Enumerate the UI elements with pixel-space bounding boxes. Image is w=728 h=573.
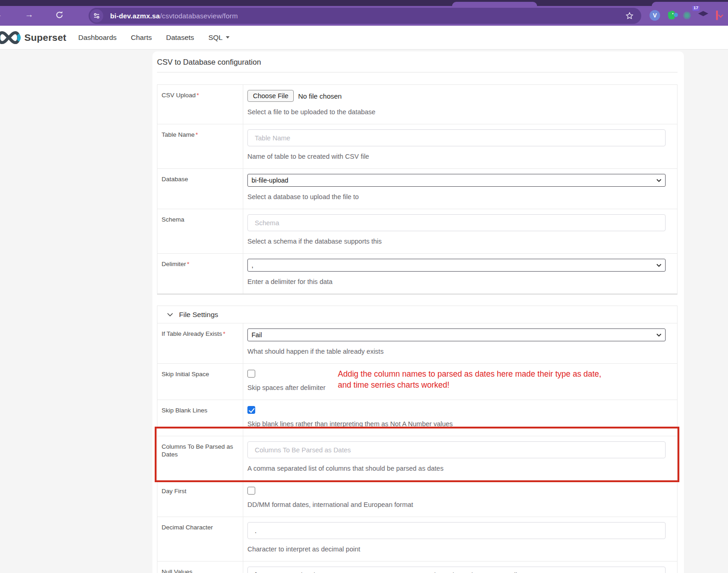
page-title: CSV to Database configuration bbox=[157, 58, 678, 67]
reload-icon[interactable] bbox=[55, 11, 64, 21]
form-row-csv-upload: CSV Upload* Choose File No file chosen S… bbox=[157, 85, 677, 124]
site-settings-icon[interactable] bbox=[90, 9, 103, 22]
field-label: Decimal Character bbox=[162, 524, 213, 531]
field-label: Database bbox=[162, 176, 188, 183]
field-label: Skip Blank Lines bbox=[162, 407, 207, 414]
select-value: , bbox=[252, 261, 253, 269]
decimal-character-input[interactable] bbox=[247, 522, 666, 539]
form-row-skip-initial-space: Skip Initial Space Skip spaces after del… bbox=[157, 363, 677, 400]
delimiter-select[interactable]: , bbox=[247, 259, 666, 272]
bookmark-star-icon[interactable] bbox=[625, 11, 634, 20]
field-label: Delimiter bbox=[162, 261, 186, 267]
superset-navbar: Superset Dashboards Charts Datasets SQL bbox=[0, 26, 728, 50]
form-row-schema: Schema Select a schema if the database s… bbox=[157, 209, 677, 253]
title-divider bbox=[157, 72, 678, 72]
field-help: Character to interpret as decimal point bbox=[247, 545, 672, 554]
field-label: CSV Upload bbox=[162, 92, 196, 99]
extension-pocket-icon[interactable] bbox=[716, 11, 718, 20]
nav-dashboards[interactable]: Dashboards bbox=[78, 33, 117, 42]
select-value: bi-file-upload bbox=[252, 177, 288, 184]
main-nav: Dashboards Charts Datasets SQL bbox=[78, 33, 229, 42]
schema-input[interactable] bbox=[247, 214, 666, 231]
chevron-down-icon bbox=[656, 264, 661, 267]
database-select[interactable]: bi-file-upload bbox=[247, 174, 666, 187]
form-row-day-first: Day First DD/MM format dates, internatio… bbox=[157, 480, 677, 517]
brand-name[interactable]: Superset bbox=[24, 32, 66, 43]
null-values-input[interactable] bbox=[247, 567, 666, 573]
field-label: Day First bbox=[162, 488, 186, 495]
field-label: Table Name bbox=[162, 131, 195, 138]
skip-initial-space-checkbox[interactable] bbox=[247, 370, 255, 378]
field-label: Columns To Be Parsed as Dates bbox=[162, 443, 233, 458]
nav-charts[interactable]: Charts bbox=[131, 33, 152, 42]
chevron-down-icon bbox=[656, 179, 661, 182]
browser-active-tab[interactable] bbox=[452, 2, 537, 6]
field-help: A comma separated list of columns that s… bbox=[247, 464, 672, 473]
browser-tab-strip bbox=[0, 0, 728, 6]
table-name-input[interactable] bbox=[247, 129, 666, 146]
required-asterisk: * bbox=[196, 131, 198, 138]
day-first-checkbox[interactable] bbox=[247, 487, 255, 495]
extension-chatgpt-icon[interactable]: ✺ bbox=[683, 11, 691, 21]
extension-evernote-icon[interactable] bbox=[666, 10, 677, 22]
back-icon[interactable]: ← bbox=[0, 10, 2, 20]
choose-file-button[interactable]: Choose File bbox=[247, 90, 294, 102]
columns-parsed-as-dates-input[interactable] bbox=[247, 441, 666, 458]
extension-vpn-icon[interactable]: V bbox=[650, 10, 660, 21]
chevron-down-icon bbox=[656, 334, 661, 337]
superset-logo[interactable] bbox=[0, 30, 22, 45]
field-help: Select a schema if the database supports… bbox=[247, 237, 672, 246]
field-label: Skip Initial Space bbox=[162, 371, 209, 378]
section-title: File Settings bbox=[179, 311, 218, 319]
main-form-table: CSV Upload* Choose File No file chosen S… bbox=[157, 84, 678, 295]
form-row-database: Database bi-file-upload Select a databas… bbox=[157, 168, 677, 209]
nav-datasets[interactable]: Datasets bbox=[166, 33, 194, 42]
user-annotation-text: Addig the column names to parsed as date… bbox=[338, 369, 601, 390]
if-table-exists-select[interactable]: Fail bbox=[247, 328, 666, 341]
nav-sql-menu[interactable]: SQL bbox=[208, 33, 230, 42]
field-label: If Table Already Exists bbox=[162, 330, 222, 337]
form-row-columns-parsed-as-dates: Columns To Be Parsed as Dates A comma se… bbox=[157, 436, 677, 480]
field-help: Skip blank lines rather than interpretin… bbox=[247, 419, 672, 429]
form-row-if-table-exists: If Table Already Exists* Fail What shoul… bbox=[157, 323, 677, 363]
file-status-text: No file chosen bbox=[298, 92, 342, 100]
browser-toolbar: ← → bi-dev.azmx.sa/csvtodatabaseview/for… bbox=[0, 6, 728, 26]
required-asterisk: * bbox=[196, 92, 199, 99]
url-path: /csvtodatabaseview/form bbox=[160, 12, 238, 20]
form-row-decimal-character: Decimal Character Character to interpret… bbox=[157, 517, 677, 561]
field-help: What should happen if the table already … bbox=[247, 347, 672, 356]
field-label: Schema bbox=[162, 216, 185, 223]
form-row-delimiter: Delimiter* , Enter a delimiter for this … bbox=[157, 253, 677, 294]
field-help: Select a file to be uploaded to the data… bbox=[247, 107, 672, 117]
form-row-null-values: Null Values Json list of the values that… bbox=[157, 561, 677, 573]
file-settings-table: File Settings If Table Already Exists* F… bbox=[157, 306, 678, 573]
extension-badge: 17 bbox=[692, 6, 700, 11]
caret-down-icon bbox=[226, 36, 230, 39]
field-help: Select a database to upload the file to bbox=[247, 192, 672, 202]
field-help: Enter a delimiter for this data bbox=[247, 277, 672, 287]
forward-icon[interactable]: → bbox=[25, 10, 34, 20]
form-row-table-name: Table Name* Name of table to be created … bbox=[157, 124, 677, 168]
skip-blank-lines-checkbox[interactable] bbox=[247, 406, 255, 414]
url-text[interactable]: bi-dev.azmx.sa/csvtodatabaseview/form bbox=[110, 12, 238, 20]
address-bar[interactable]: bi-dev.azmx.sa/csvtodatabaseview/form bbox=[89, 8, 641, 24]
browser-tab-area-right[interactable] bbox=[652, 2, 728, 6]
field-help: Name of table to be created with CSV fil… bbox=[247, 152, 672, 161]
form-card: CSV to Database configuration CSV Upload… bbox=[152, 51, 684, 573]
required-asterisk: * bbox=[187, 261, 189, 267]
page-background: CSV to Database configuration CSV Upload… bbox=[0, 50, 728, 573]
select-value: Fail bbox=[252, 331, 262, 339]
url-domain: bi-dev.azmx.sa bbox=[110, 12, 160, 20]
required-asterisk: * bbox=[223, 330, 225, 337]
chevron-down-icon bbox=[167, 313, 173, 317]
field-label: Null Values bbox=[162, 568, 192, 573]
form-row-skip-blank-lines: Skip Blank Lines Skip blank lines rather… bbox=[157, 400, 677, 436]
file-settings-section-header[interactable]: File Settings bbox=[157, 306, 677, 323]
field-help: DD/MM format dates, international and Eu… bbox=[247, 500, 672, 510]
